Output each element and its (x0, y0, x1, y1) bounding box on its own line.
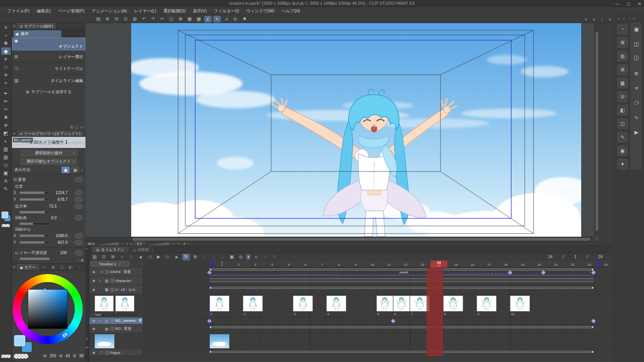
go-to-start-icon[interactable]: ◄ (137, 254, 144, 260)
next-keyframe-icon[interactable]: › (83, 241, 84, 245)
ruler-frame[interactable]: 15 (447, 263, 464, 267)
value-spinner[interactable]: ⌃⌄ (69, 191, 72, 195)
hand-tool[interactable]: ✥ (1, 39, 11, 47)
new-keyframe-toggle[interactable]: + (111, 319, 114, 323)
value-spinner[interactable]: ⌃⌄ (69, 234, 72, 238)
ruler-frame[interactable]: 24 (597, 263, 614, 267)
new-keyframe-toggle[interactable]: + (111, 279, 114, 282)
ruler-frame[interactable]: 5 (280, 263, 297, 267)
marquee-tool[interactable]: □ (1, 63, 11, 71)
menu-item[interactable]: ウィンドウ(W) (243, 8, 277, 15)
ruler-frame[interactable]: 17 (481, 263, 497, 267)
redo-icon[interactable]: ↷ (149, 16, 157, 22)
cel-thumbnail[interactable] (443, 296, 463, 311)
ruler-frame[interactable]: 7 (314, 263, 330, 267)
keyframe-box[interactable] (76, 250, 82, 255)
ruler-frame[interactable]: 16 (464, 263, 481, 267)
menu-item[interactable]: 選択範囲(S) (160, 8, 189, 15)
figure-tool[interactable]: ◇ (1, 161, 11, 169)
value-slider[interactable] (19, 234, 49, 237)
next-keyframe-icon[interactable]: › (83, 216, 84, 220)
delete-keyframe-icon[interactable]: ◆ (252, 254, 260, 260)
menu-item[interactable]: レイヤー(L) (131, 8, 159, 15)
value-spinner[interactable]: ⌃⌄ (69, 198, 72, 202)
maximize-button[interactable]: ▢ (626, 2, 631, 6)
minimize-button[interactable]: — (615, 2, 620, 6)
collapse-left-icon[interactable]: « (584, 16, 588, 22)
subtool-item-timeline-edit[interactable]: ▥タイムライン編集 (12, 75, 85, 87)
visibility-eye-icon[interactable]: ◉ (90, 288, 97, 292)
panel-menu-icon[interactable]: ≡ (86, 247, 88, 251)
new-timeline-icon[interactable]: ⊡ (100, 254, 107, 260)
cel-thumbnail[interactable] (510, 296, 530, 311)
paste-icon[interactable]: ⊠ (177, 16, 184, 22)
transparent-color-button[interactable] (14, 354, 29, 359)
current-frame-column[interactable] (427, 267, 443, 356)
visibility-eye-icon[interactable]: ◉ (90, 351, 97, 354)
prev-keyframe-icon[interactable]: ‹ (74, 234, 75, 238)
cel-palette-thumb[interactable] (95, 296, 114, 311)
text-tool[interactable]: A (1, 177, 11, 185)
next-keyframe-icon[interactable]: › (83, 178, 84, 182)
previous-frame-icon[interactable]: ◁ (146, 254, 153, 260)
bg-track-label[interactable]: ◉▨+BG : 変形 (89, 325, 143, 333)
zoom-slider[interactable] (97, 242, 119, 245)
zoom-in-button[interactable]: + (126, 242, 128, 246)
snap-ruler-icon[interactable]: ∠ (204, 16, 211, 22)
value-slider[interactable] (19, 198, 49, 201)
loop-play-icon[interactable]: ↻ (182, 254, 190, 260)
menu-item[interactable]: 表示(V) (190, 8, 210, 15)
blend-tool[interactable]: ◐ (1, 137, 11, 145)
canvas-area[interactable]: 46.0 − + ▪ 0.0 ◠ ◠ ↺ ‹ (85, 23, 599, 246)
color-history-tab[interactable]: ◔ (75, 264, 84, 270)
information-tab[interactable]: ⓘ (631, 54, 642, 63)
paper-clip-bar[interactable] (209, 351, 594, 353)
keyframe-box[interactable] (76, 240, 82, 245)
cel-thumbnail[interactable] (243, 296, 263, 311)
ruler-frame[interactable]: 18 (497, 263, 514, 267)
subtool-item-object[interactable]: ◉オブジェクト (12, 37, 85, 51)
cel-thumbnail[interactable] (477, 296, 497, 311)
collapse-left-icon[interactable]: « (617, 17, 619, 21)
delete-subtool-icon[interactable]: ▭ (80, 125, 84, 129)
cel-thumbnail[interactable] (393, 296, 410, 311)
open-file-icon[interactable]: ⊞ (104, 16, 111, 22)
timeline-name-select[interactable]: Timeline 1 ∨ (90, 261, 129, 267)
workspace-settings-icon[interactable]: ✱ (241, 16, 248, 22)
camera-path-icon[interactable]: ∿ (262, 254, 269, 260)
color-set-tab[interactable]: ▦ (49, 264, 58, 270)
ruler-frame[interactable]: 6 (297, 263, 314, 267)
onion-skin-dropdown-icon[interactable]: ▾ (246, 254, 250, 260)
zoom-tool[interactable]: ○ (1, 31, 11, 39)
prev-keyframe-icon[interactable]: ‹ (74, 216, 75, 220)
expand-icon[interactable]: ∨ (99, 319, 103, 323)
value-spinner[interactable]: ⌃⌄ (68, 251, 72, 255)
canvas-info-button[interactable]: ▣ (617, 146, 628, 156)
keyframe-box[interactable] (76, 177, 82, 182)
auto-select-tool[interactable]: ✳ (1, 71, 11, 79)
transparent-area-dropdown[interactable]: 透明箇所の操作 ∨ (21, 150, 77, 156)
bg-clip-bar[interactable] (209, 326, 594, 328)
ruler-frame[interactable]: 23 (581, 263, 597, 267)
ruler-frame[interactable]: 8 (330, 263, 347, 267)
tool-property-tab[interactable]: ✐ ツールプロパティ[オブジェクト] (17, 130, 83, 136)
collapse-right-icon[interactable]: ‹ (628, 17, 630, 21)
decoration-tool[interactable]: ❈ (1, 121, 11, 129)
ruler-frame[interactable]: 12 (397, 263, 414, 267)
new-cel-2-icon[interactable]: □ (201, 254, 208, 260)
save-icon[interactable]: ⊟ (113, 16, 120, 22)
sv-square[interactable] (28, 289, 68, 329)
new-keyframe-toggle[interactable]: + (105, 270, 109, 274)
layer-search-tab[interactable]: ≡ (631, 83, 642, 93)
settings-icon[interactable]: ✱ (81, 258, 84, 263)
go-to-end-icon[interactable]: ► (173, 254, 180, 260)
show-grid-icon[interactable]: ▦ (186, 16, 193, 22)
tone-pattern-button[interactable]: ▩ (617, 78, 628, 88)
collapse-right-icon[interactable]: ‹ (599, 16, 604, 22)
color-slider-tab[interactable]: ≔ (40, 264, 49, 270)
cel-thumbnail[interactable] (209, 296, 229, 311)
operate-tool[interactable]: ◉ (1, 47, 11, 55)
collapse-group-icon[interactable]: ⊟ (14, 177, 17, 182)
sub-view-tab[interactable]: ◫ (631, 39, 642, 49)
download-button[interactable]: ▼ (617, 159, 628, 169)
